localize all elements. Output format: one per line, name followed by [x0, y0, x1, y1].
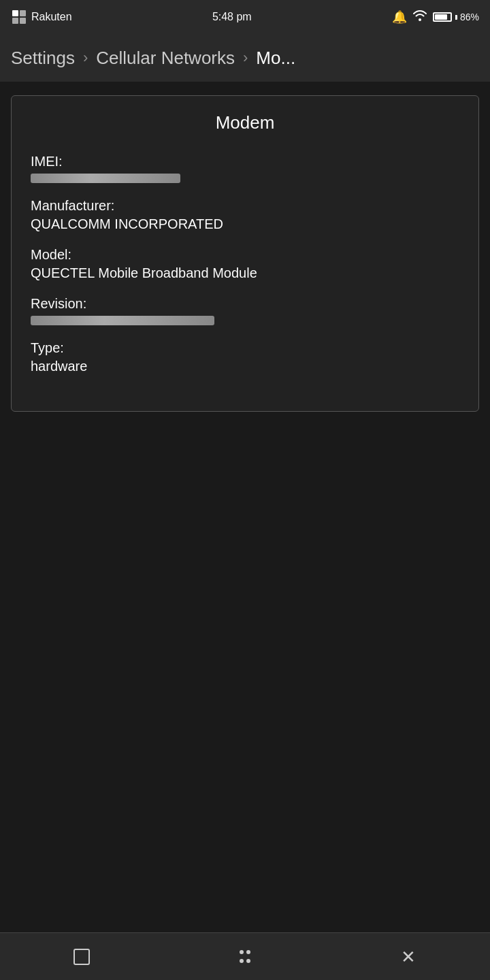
- manufacturer-value: QUALCOMM INCORPORATED: [31, 216, 459, 232]
- status-time: 5:48 pm: [212, 11, 252, 23]
- breadcrumb: Settings › Cellular Networks › Mo...: [0, 34, 490, 82]
- battery-percent: 86%: [460, 12, 479, 22]
- status-app-name: Rakuten: [31, 11, 72, 23]
- home-button[interactable]: [218, 940, 272, 974]
- back-icon: ✕: [401, 948, 416, 966]
- model-value: QUECTEL Mobile Broadband Module: [31, 265, 459, 281]
- battery-tip: [455, 15, 457, 20]
- imei-field: IMEI:: [31, 154, 459, 183]
- breadcrumb-cellular[interactable]: Cellular Networks: [96, 48, 235, 69]
- modem-title: Modem: [31, 112, 459, 133]
- battery-indicator: 86%: [433, 12, 479, 22]
- svg-rect-3: [20, 18, 26, 24]
- breadcrumb-separator-2: ›: [243, 49, 248, 67]
- status-bar-left: Rakuten: [11, 9, 72, 25]
- manufacturer-label: Manufacturer:: [31, 198, 459, 214]
- type-label: Type:: [31, 340, 459, 356]
- type-value: hardware: [31, 359, 459, 374]
- wifi-icon: [412, 10, 427, 24]
- battery-icon: [433, 12, 452, 22]
- modem-card: Modem IMEI: Manufacturer: QUALCOMM INCOR…: [11, 95, 479, 412]
- rakuten-icon: [11, 9, 27, 25]
- bottom-nav-bar: ✕: [0, 932, 490, 980]
- main-content: Modem IMEI: Manufacturer: QUALCOMM INCOR…: [0, 82, 490, 932]
- back-button[interactable]: ✕: [381, 940, 436, 974]
- imei-value-redacted: [31, 174, 180, 183]
- overview-icon: [74, 949, 90, 965]
- notification-icon: 🔔: [392, 10, 407, 24]
- revision-label: Revision:: [31, 296, 459, 312]
- manufacturer-field: Manufacturer: QUALCOMM INCORPORATED: [31, 198, 459, 232]
- breadcrumb-settings[interactable]: Settings: [11, 48, 75, 69]
- svg-rect-1: [20, 10, 26, 16]
- svg-rect-0: [12, 10, 18, 16]
- status-bar: Rakuten 5:48 pm 🔔 86%: [0, 0, 490, 34]
- breadcrumb-modem: Mo...: [256, 48, 295, 69]
- overview-button[interactable]: [54, 940, 109, 974]
- model-field: Model: QUECTEL Mobile Broadband Module: [31, 247, 459, 281]
- status-bar-right: 🔔 86%: [392, 10, 479, 24]
- model-label: Model:: [31, 247, 459, 263]
- type-field: Type: hardware: [31, 340, 459, 374]
- imei-label: IMEI:: [31, 154, 459, 169]
- revision-value-redacted: [31, 316, 214, 325]
- revision-field: Revision:: [31, 296, 459, 325]
- svg-rect-2: [12, 18, 18, 24]
- home-icon: [238, 949, 252, 964]
- breadcrumb-separator-1: ›: [83, 49, 88, 67]
